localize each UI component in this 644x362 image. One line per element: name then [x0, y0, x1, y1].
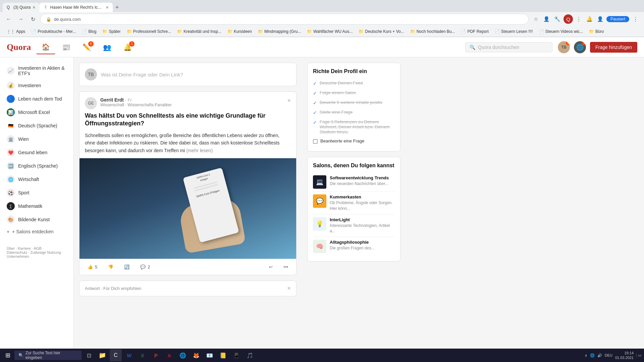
sidebar-item-deutsch-sprache[interactable]: 🇩🇪 Deutsch (Sprache) [3, 119, 71, 132]
profile-task-6[interactable]: Beantworte eine Frage [313, 136, 395, 146]
bookmark-pdf[interactable]: 📄 PDF Report [458, 28, 491, 35]
footer-unternehmen[interactable]: Unternehmen [7, 254, 29, 258]
nav-notifications-button[interactable]: 🔔 1 [118, 41, 137, 54]
sidebar-item-investieren-aktien[interactable]: 📈 Investieren in Aktien & ETF's [3, 63, 71, 79]
user-avatar[interactable]: TB 2 [558, 41, 570, 53]
repost-button[interactable]: 🔄 [121, 263, 132, 271]
taskbar-task-view[interactable]: ⊡ [83, 349, 95, 361]
more-options-button[interactable]: ••• [281, 263, 291, 271]
extension-4-button[interactable]: 🔔 [585, 14, 594, 24]
taskbar-access[interactable]: A [163, 349, 175, 361]
sidebar-item-mathematik[interactable]: ∑ Mathematik [3, 199, 71, 213]
sidebar-item-wirtschaft[interactable]: 🌐 Wirtschaft [3, 173, 71, 186]
sidebar-item-investieren[interactable]: 💰 Investieren [3, 79, 71, 92]
nav-spaces-button[interactable]: 👥 [98, 41, 117, 54]
post-question[interactable]: Was hältst Du von Schnelltests als eine … [79, 112, 296, 132]
taskbar-edge-2[interactable]: 🦊 [190, 349, 202, 361]
extension-5-button[interactable]: 👤 [596, 14, 605, 24]
tab-close-2[interactable]: × [106, 5, 109, 10]
footer-uber[interactable]: Über [7, 246, 15, 250]
footer-datenschutz[interactable]: Datenschutz [7, 250, 27, 254]
taskbar-chrome[interactable]: 🌐 [177, 349, 189, 361]
share-button[interactable]: ↩ [266, 263, 275, 271]
post-close-button[interactable]: × [287, 97, 291, 104]
taskbar-word[interactable]: W [123, 349, 135, 361]
salon-item-alltagsphilosophie[interactable]: 🧠 Alltagsphilosophie Die großen Fragen d… [313, 237, 395, 256]
address-bar[interactable]: 🔒 de.quora.com [40, 14, 529, 24]
footer-zulaessige[interactable]: Zulässige Nutzung [30, 250, 61, 254]
taskbar-outlook[interactable]: 📧 [204, 349, 216, 361]
taskbar-spotify[interactable]: 🎵 [244, 349, 256, 361]
bookmark-buero[interactable]: 📁 Büro [586, 28, 606, 35]
sidebar-item-wien[interactable]: 🏛️ Wien [3, 132, 71, 146]
bookmark-hochladen[interactable]: 📁 Noch hochladen Bu... [408, 28, 458, 35]
footer-karriere[interactable]: Karriere [18, 246, 31, 250]
bookmark-professionell[interactable]: 📁 Professionell Schre... [124, 28, 174, 35]
salon-item-softwareentwicklung[interactable]: 💻 Softwareentwicklung Trends Die neueste… [313, 173, 395, 192]
sidebar-item-microsoft-excel[interactable]: 📊 Microsoft Excel [3, 106, 71, 119]
taskbar-onenote[interactable]: 📒 [217, 349, 229, 361]
taskbar-explorer[interactable]: 📁 [96, 349, 108, 361]
new-tab-button[interactable]: + [113, 3, 122, 12]
profile-pill[interactable]: Pausiert [606, 16, 629, 22]
comment-button[interactable]: 💬 2 [138, 263, 153, 271]
bookmark-blog[interactable]: 📄 Blog [79, 28, 99, 35]
taskbar-clock[interactable]: 19:14 01.03.2021 [615, 351, 634, 360]
sidebar-item-gesund-leben[interactable]: ❤️ Gesund leben [3, 146, 71, 159]
bookmark-spaeter[interactable]: 📁 Später [100, 28, 123, 35]
bookmark-star-button[interactable]: ☆ [531, 14, 541, 24]
nav-answers-button[interactable]: ✏️ 6 [77, 41, 96, 54]
taskbar-powerpoint[interactable]: P [150, 349, 162, 361]
search-bar[interactable]: 🔍 Quora durchsuchen [465, 42, 552, 52]
show-desktop[interactable]: ▭ [636, 353, 641, 358]
volume-icon[interactable]: 🔊 [597, 353, 602, 358]
post-more-link[interactable]: (mehr lesen) [186, 148, 213, 153]
back-button[interactable]: ← [4, 14, 13, 24]
tab-close-1[interactable]: × [33, 5, 35, 10]
sidebar-discover[interactable]: + + Salons entdecken [3, 226, 71, 237]
add-question-button[interactable]: Frage hinzufügen [590, 42, 637, 53]
sidebar-item-bildende-kunst[interactable]: 🎨 Bildende Kunst [3, 213, 71, 226]
extension-1-button[interactable]: 🔧 [553, 14, 562, 24]
downvote-button[interactable]: 👎 [105, 263, 116, 271]
network-icon[interactable]: 🌐 [590, 353, 595, 358]
taskbar-excel[interactable]: X [137, 349, 149, 361]
sidebar-item-leben-nach-tod[interactable]: 🔵 Leben nach dem Tod [3, 92, 71, 106]
bookmark-deutsche-kurs[interactable]: 📁 Deutsche Kurs + Vo... [356, 28, 407, 35]
salon-item-kummerkasten[interactable]: 💬 Kummerkasten Ob Probleme, Ängste oder … [313, 192, 395, 215]
bookmark-wahlfaecher[interactable]: 📁 Wahlfächer WU Aus... [304, 28, 355, 35]
extension-3-button[interactable]: ⋮ [574, 14, 584, 24]
menu-button[interactable]: ⋮ [631, 14, 640, 24]
start-button[interactable]: ⊞ [3, 350, 13, 360]
footer-agb[interactable]: AGB [34, 246, 42, 250]
extension-2-button[interactable]: Q [564, 14, 573, 24]
browser-tab-2[interactable]: 🐇 Hasen Hase Mir Recht's Ich Gel... × [40, 3, 113, 12]
bookmark-kreativitaet[interactable]: 📁 Kreativität und Insp... [174, 28, 224, 35]
taskbar-phone-link[interactable]: 📱 [230, 349, 243, 361]
bookmark-apps[interactable]: ⋮⋮ Apps [4, 28, 28, 35]
battery-icon[interactable]: DEU [605, 353, 612, 357]
bookmark-kursideen[interactable]: 📁 Kursideen [225, 28, 255, 35]
post-author-name[interactable]: Gerrit Erdt · Fr [100, 97, 284, 103]
nav-home-button[interactable]: 🏠 [36, 40, 55, 54]
reload-button[interactable]: ↻ [28, 14, 38, 24]
browser-tab-1[interactable]: Q (3) Quora × [3, 3, 40, 12]
salon-item-interlight[interactable]: 💡 InterLight Interessante Technologien, … [313, 215, 395, 237]
taskbar-chevron[interactable]: ∧ [585, 353, 587, 358]
upvote-button[interactable]: 👍 5 [85, 263, 100, 271]
nav-articles-button[interactable]: 📰 [57, 41, 76, 54]
bookmark-steuern-videos[interactable]: 📄 Steuern Videos wic... [536, 28, 586, 35]
profile-switcher-button[interactable]: 👤 [542, 14, 551, 24]
bookmark-produktsuche[interactable]: 📄 Produktsuche - Mer... [29, 28, 78, 35]
ask-question-box[interactable]: TB Was ist Deine Frage oder Dein Link? [79, 63, 297, 86]
sidebar-item-englisch-sprache[interactable]: 🔤 Englisch (Sprache) [3, 159, 71, 173]
globe-button[interactable]: 🌐 1 [574, 41, 586, 53]
bookmark-mindmapping[interactable]: 📁 Mindmapping (Gru... [255, 28, 304, 35]
sidebar-item-sport[interactable]: ⚽ Sport [3, 186, 71, 199]
post-author-avatar[interactable]: GE [85, 97, 97, 109]
answer-rec-close[interactable]: × [287, 285, 291, 292]
taskbar-search[interactable]: 🔍 Zur Suche Text hier eingeben [14, 351, 82, 360]
taskbar-edge-1[interactable]: C [110, 349, 122, 361]
bookmark-steuern-lesen[interactable]: 📄 Steuern Lesen !!!! [492, 28, 536, 35]
forward-button[interactable]: → [16, 14, 25, 24]
